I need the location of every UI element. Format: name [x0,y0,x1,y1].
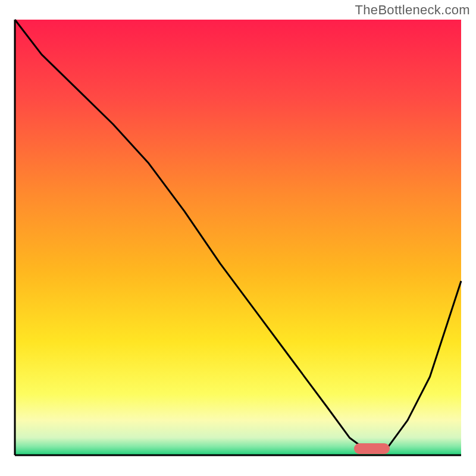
bottleneck-chart [0,0,476,476]
watermark-text: TheBottleneck.com [355,2,470,18]
plot-background [15,20,461,455]
optimal-marker [354,443,390,454]
